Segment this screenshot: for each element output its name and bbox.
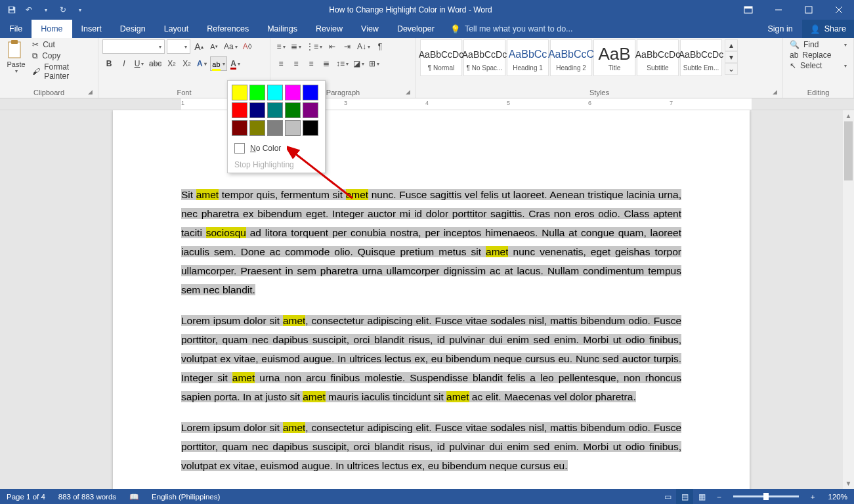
swatch-808080[interactable] xyxy=(267,120,283,136)
web-layout-icon[interactable]: ▦ xyxy=(693,489,710,504)
undo-icon[interactable]: ↶ xyxy=(21,2,37,18)
tab-review[interactable]: Review xyxy=(307,20,352,38)
find-button[interactable]: 🔍Find▾ xyxy=(787,39,849,50)
multilevel-button[interactable]: ⋮≡ xyxy=(305,40,324,53)
show-marks-button[interactable]: ¶ xyxy=(374,40,387,53)
paragraph-launcher-icon[interactable]: ◢ xyxy=(404,89,412,96)
swatch-800080[interactable] xyxy=(303,102,318,118)
tab-file[interactable]: File xyxy=(0,20,32,38)
swatch-ff0000[interactable] xyxy=(232,102,247,118)
read-mode-icon[interactable]: ▭ xyxy=(659,489,676,504)
font-color-button[interactable]: A xyxy=(229,57,242,70)
swatch-008000[interactable] xyxy=(285,102,301,118)
styles-launcher-icon[interactable]: ◢ xyxy=(771,89,779,96)
horizontal-ruler[interactable]: 1234567 xyxy=(0,98,854,110)
print-layout-icon[interactable]: ▤ xyxy=(676,489,693,504)
align-right-button[interactable]: ≡ xyxy=(305,57,318,70)
document-area[interactable]: Sit amet tempor quis, fermentum sit amet… xyxy=(0,110,843,489)
text-effects-button[interactable]: A xyxy=(195,57,208,70)
subscript-button[interactable]: X2 xyxy=(165,57,178,70)
style--no-spac-[interactable]: AaBbCcDc¶ No Spac... xyxy=(463,39,505,76)
select-button[interactable]: ↖Select▾ xyxy=(787,60,849,71)
styles-scroll-down-icon[interactable]: ▾ xyxy=(725,51,738,63)
qat-customize-icon[interactable]: ▾ xyxy=(72,2,88,18)
zoom-in-button[interactable]: + xyxy=(804,493,822,501)
zoom-slider[interactable] xyxy=(733,495,799,497)
style-heading-1[interactable]: AaBbCcHeading 1 xyxy=(507,39,549,76)
style-subtitle[interactable]: AaBbCcDcSubtitle xyxy=(637,39,679,76)
swatch-808000[interactable] xyxy=(249,120,265,136)
zoom-slider-thumb[interactable] xyxy=(763,493,769,500)
paragraph-3[interactable]: Lorem ipsum dolor sit amet, consectetur … xyxy=(181,418,681,475)
word-count-status[interactable]: 883 of 883 words xyxy=(52,493,123,501)
align-left-button[interactable]: ≡ xyxy=(274,57,288,70)
swatch-000080[interactable] xyxy=(249,102,265,118)
italic-button[interactable]: I xyxy=(117,57,131,70)
scroll-thumb[interactable] xyxy=(844,121,853,180)
clipboard-launcher-icon[interactable]: ◢ xyxy=(86,89,94,96)
redo-icon[interactable]: ↻ xyxy=(55,2,71,18)
tab-mailings[interactable]: Mailings xyxy=(258,20,307,38)
bullets-button[interactable]: ≡ xyxy=(274,40,288,53)
style-heading-2[interactable]: AaBbCcCHeading 2 xyxy=(550,39,592,76)
clear-formatting-button[interactable]: A◊ xyxy=(241,40,254,53)
format-painter-button[interactable]: 🖌Format Painter xyxy=(30,62,94,81)
tell-me-search[interactable]: 💡 Tell me what you want to do... xyxy=(444,20,573,38)
vertical-scrollbar[interactable]: ▲ ▼ xyxy=(843,110,854,489)
font-size-combo[interactable]: ▾ xyxy=(167,39,190,54)
maximize-icon[interactable] xyxy=(794,0,824,20)
tab-layout[interactable]: Layout xyxy=(155,20,198,38)
swatch-c0c0c0[interactable] xyxy=(285,120,301,136)
tab-developer[interactable]: Developer xyxy=(388,20,444,38)
decrease-indent-button[interactable]: ⇤ xyxy=(326,40,339,53)
zoom-out-button[interactable]: − xyxy=(710,493,728,501)
superscript-button[interactable]: X2 xyxy=(180,57,193,70)
tab-view[interactable]: View xyxy=(352,20,388,38)
copy-button[interactable]: ⧉Copy xyxy=(30,51,94,61)
scroll-up-icon[interactable]: ▲ xyxy=(843,110,854,121)
document-page[interactable]: Sit amet tempor quis, fermentum sit amet… xyxy=(113,110,750,489)
cut-button[interactable]: ✂Cut xyxy=(30,39,94,50)
line-spacing-button[interactable]: ↕≡ xyxy=(335,57,350,70)
replace-button[interactable]: abReplace xyxy=(787,50,849,60)
style-subtle-em-[interactable]: AaBbCcDcSubtle Em... xyxy=(680,39,722,76)
paragraph-2[interactable]: Lorem ipsum dolor sit amet, consectetur … xyxy=(181,311,681,406)
strikethrough-button[interactable]: abc xyxy=(148,57,163,70)
style--normal[interactable]: AaBbCcDc¶ Normal xyxy=(420,39,462,76)
paragraph-1[interactable]: Sit amet tempor quis, fermentum sit amet… xyxy=(181,185,681,299)
spellcheck-status[interactable]: 📖 xyxy=(123,492,145,501)
share-button[interactable]: 👤 Share xyxy=(802,20,854,38)
minimize-icon[interactable] xyxy=(763,0,794,20)
numbering-button[interactable]: ≣ xyxy=(289,40,303,53)
swatch-0000ff[interactable] xyxy=(303,85,318,100)
zoom-level[interactable]: 120% xyxy=(822,493,854,501)
increase-indent-button[interactable]: ⇥ xyxy=(341,40,354,53)
underline-button[interactable]: U xyxy=(133,57,146,70)
close-icon[interactable] xyxy=(824,0,854,20)
borders-button[interactable]: ⊞ xyxy=(368,57,381,70)
swatch-000000[interactable] xyxy=(303,120,318,136)
swatch-008080[interactable] xyxy=(267,102,283,118)
undo-dropdown-icon[interactable]: ▾ xyxy=(38,2,54,18)
tab-insert[interactable]: Insert xyxy=(72,20,111,38)
change-case-button[interactable]: Aa xyxy=(223,40,239,53)
shading-button[interactable]: ◪ xyxy=(352,57,366,70)
highlight-color-button[interactable]: ab ▾ xyxy=(210,56,226,71)
sort-button[interactable]: A↓ xyxy=(356,40,372,53)
save-icon[interactable] xyxy=(4,2,20,18)
scroll-down-icon[interactable]: ▼ xyxy=(843,478,854,489)
bold-button[interactable]: B xyxy=(102,57,116,70)
ribbon-display-icon[interactable] xyxy=(733,0,763,20)
style-title[interactable]: AaBTitle xyxy=(593,39,635,76)
tab-references[interactable]: References xyxy=(198,20,258,38)
tab-home[interactable]: Home xyxy=(32,20,72,38)
sign-in-button[interactable]: Sign in xyxy=(758,20,801,38)
justify-button[interactable]: ≣ xyxy=(320,57,333,70)
swatch-ffff00[interactable] xyxy=(232,85,247,100)
paste-button[interactable]: Paste ▾ xyxy=(4,39,28,81)
swatch-800000[interactable] xyxy=(232,120,247,136)
swatch-00ff00[interactable] xyxy=(249,85,265,100)
styles-scroll-up-icon[interactable]: ▴ xyxy=(725,39,738,51)
font-name-combo[interactable]: ▾ xyxy=(102,39,165,54)
page-number-status[interactable]: Page 1 of 4 xyxy=(0,493,52,501)
